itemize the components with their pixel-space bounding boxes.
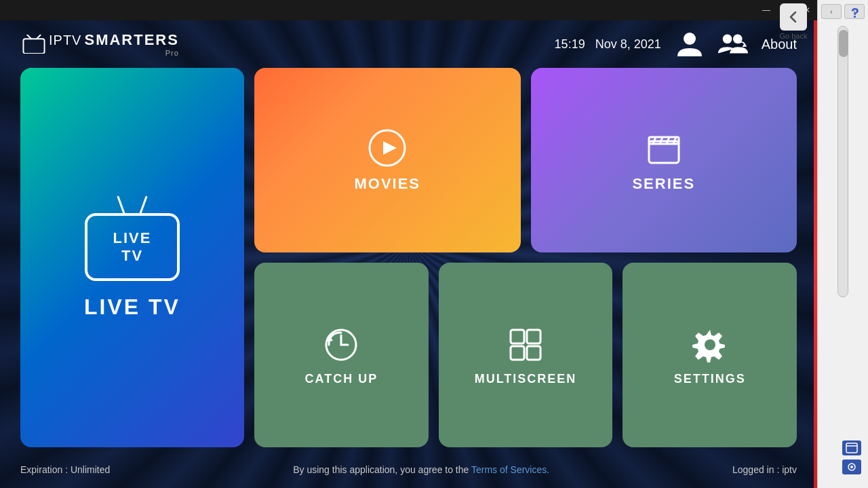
titlebar: — ☐ ✕ — [0, 0, 817, 20]
tv-screen-tv: TV — [121, 247, 143, 265]
go-back-button[interactable]: Go back — [773, 3, 814, 40]
antenna-right — [139, 195, 147, 214]
svg-marker-6 — [742, 43, 747, 47]
logo: IPTV SMARTERS Pro — [20, 31, 179, 57]
header-right: 15:19 Nov 8, 2021 — [555, 29, 797, 59]
switch-user-icon[interactable] — [718, 29, 748, 59]
user-icon[interactable] — [675, 29, 705, 59]
svg-point-28 — [850, 466, 853, 468]
svg-rect-22 — [527, 346, 540, 360]
go-back-icon — [780, 3, 807, 31]
tv-antenna — [120, 195, 144, 214]
header: IPTV SMARTERS Pro 15:19 Nov 8, 2021 — [0, 20, 817, 68]
terms-link[interactable]: Terms of Services. — [471, 464, 549, 475]
footer: Expiration : Unlimited By using this app… — [0, 451, 817, 488]
settings-label: SETTINGS — [674, 372, 746, 386]
time: 15:19 — [555, 37, 585, 52]
bottom-panel-icons — [842, 440, 861, 474]
svg-marker-8 — [383, 141, 397, 155]
movies-tile[interactable]: MOVIES — [254, 68, 521, 252]
settings-icon — [690, 324, 730, 365]
series-icon — [644, 128, 684, 168]
svg-rect-20 — [527, 330, 540, 343]
antenna-left — [117, 195, 125, 214]
movies-icon — [367, 128, 408, 168]
svg-point-24 — [705, 339, 715, 350]
svg-rect-25 — [846, 443, 857, 453]
go-back-label: Go back — [780, 32, 808, 40]
tv-icon: LIVE TV — [85, 195, 180, 281]
multiscreen-icon — [505, 324, 546, 365]
app-container: — ☐ ✕ IPTV SMARTERS Pro — [0, 0, 817, 488]
multiscreen-label: MULTISCREEN — [475, 372, 577, 386]
movies-label: MOVIES — [354, 175, 420, 193]
multiscreen-tile[interactable]: MULTISCREEN — [439, 263, 613, 447]
pro-text: Pro — [49, 49, 179, 57]
live-tv-tile[interactable]: LIVE TV LIVE TV — [20, 68, 244, 447]
terms-text: By using this application, you agree to … — [293, 464, 549, 475]
catchup-icon — [321, 324, 361, 365]
panel-icon-1[interactable] — [842, 440, 861, 455]
main-content: LIVE TV LIVE TV MOVIES — [20, 68, 797, 447]
date: Nov 8, 2021 — [595, 37, 661, 52]
svg-point-3 — [684, 33, 696, 45]
logo-text: IPTV SMARTERS Pro — [49, 31, 179, 57]
scrollbar-thumb[interactable] — [839, 30, 848, 57]
svg-rect-19 — [511, 330, 524, 343]
settings-tile[interactable]: SETTINGS — [623, 263, 797, 447]
series-tile[interactable]: SERIES — [531, 68, 797, 252]
live-tv-label: LIVE TV — [84, 295, 180, 320]
svg-point-4 — [723, 35, 732, 44]
time-date: 15:19 Nov 8, 2021 — [555, 37, 661, 52]
scroll-up-left[interactable]: ‹ — [821, 4, 842, 19]
bottom-row: CATCH UP MULTISCREEN — [254, 263, 797, 447]
scrollbar-track[interactable] — [837, 26, 848, 297]
smarters-text: SMARTERS — [84, 31, 178, 49]
terms-prefix: By using this application, you agree to … — [293, 464, 471, 475]
series-label: SERIES — [632, 175, 695, 193]
scrollbar-panel: ‹ › — [817, 0, 868, 488]
catchup-tile[interactable]: CATCH UP — [254, 263, 429, 447]
svg-rect-21 — [511, 346, 524, 360]
svg-rect-2 — [23, 39, 44, 54]
tv-screen: LIVE TV — [85, 213, 180, 281]
catchup-label: CATCH UP — [304, 372, 378, 386]
question-icon: ? — [851, 5, 859, 21]
expiration-text: Expiration : Unlimited — [20, 464, 110, 475]
panel-icon-2[interactable] — [842, 459, 861, 474]
logged-in-text: Logged in : iptv — [732, 464, 797, 475]
tv-screen-live: LIVE — [113, 229, 152, 247]
iptv-logo-icon — [20, 35, 47, 54]
iptv-text: IPTV — [49, 33, 81, 48]
right-grid: MOVIES SERIES — [254, 68, 797, 447]
